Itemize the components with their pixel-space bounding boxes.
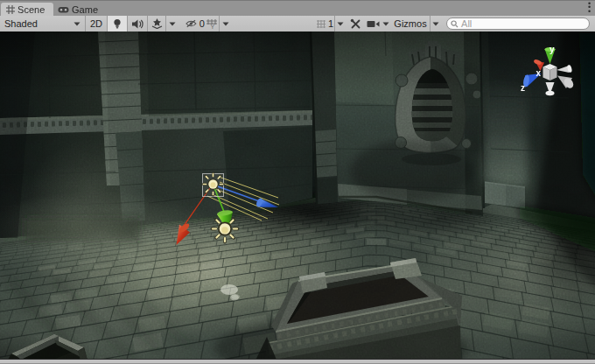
svg-text:y: y bbox=[550, 45, 555, 54]
svg-text:Y: Y bbox=[210, 24, 214, 29]
svg-text:z: z bbox=[521, 83, 525, 93]
svg-text:x: x bbox=[536, 68, 542, 78]
